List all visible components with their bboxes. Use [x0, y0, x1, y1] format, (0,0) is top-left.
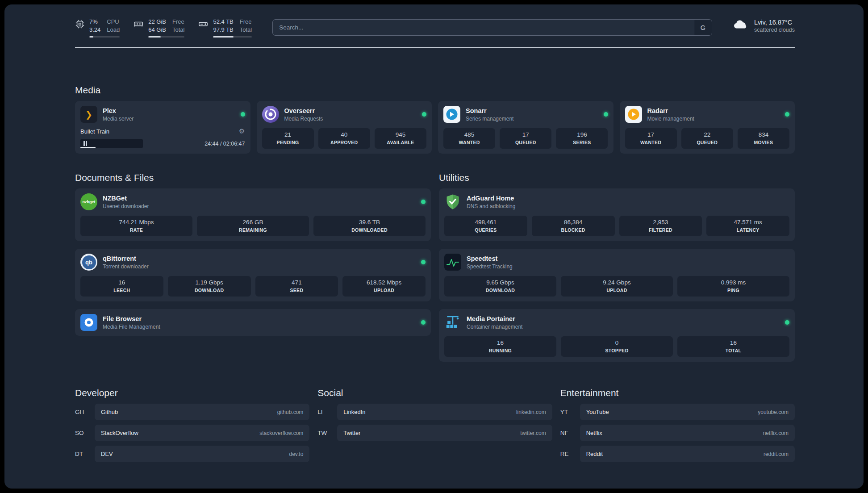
stat-tile: 471SEED — [255, 276, 338, 297]
bookmarks-section: Developer GH Github github.com SO StackO… — [75, 388, 795, 462]
gear-icon[interactable]: ⚙ — [239, 127, 245, 135]
service-description: Series management — [466, 116, 513, 122]
stat-tile: 16TOTAL — [677, 336, 789, 357]
playback-seek-bar[interactable] — [80, 139, 143, 148]
bookmark-row: DT DEV dev.to — [75, 446, 309, 462]
stat-tile: 40APPROVED — [318, 128, 370, 149]
bookmark-link-reddit[interactable]: Reddit reddit.com — [580, 446, 795, 462]
service-card-adguard[interactable]: AdGuard Home DNS and adblocking 498,461Q… — [439, 188, 795, 241]
memory-total-value: 64 GiB — [148, 26, 166, 34]
status-dot — [421, 200, 426, 204]
bookmark-link-stackoverflow[interactable]: StackOverflow stackoverflow.com — [95, 425, 309, 441]
bookmark-abbr: NF — [560, 430, 576, 436]
bookmark-abbr: GH — [75, 409, 90, 415]
service-description: Speedtest Tracking — [467, 263, 513, 270]
bookmark-row: SO StackOverflow stackoverflow.com — [75, 425, 309, 441]
service-card-overseerr[interactable]: Overseerr Media Requests 21PENDING 40APP… — [257, 101, 432, 154]
topbar-divider — [75, 47, 795, 48]
bookmark-row: GH Github github.com — [75, 404, 309, 420]
bookmark-row: TW Twitter twitter.com — [317, 425, 552, 441]
section-title-social: Social — [317, 388, 552, 398]
service-card-filebrowser[interactable]: File Browser Media File Management — [75, 309, 431, 336]
service-description: Container management — [467, 324, 522, 330]
dashboard: 7% 3.24 CPU Load 22 GiB — [4, 4, 864, 489]
service-card-speedtest[interactable]: Speedtest Speedtest Tracking 9.65 GbpsDO… — [439, 249, 795, 301]
service-card-sonarr[interactable]: Sonarr Series management 485WANTED 17QUE… — [438, 101, 613, 154]
plex-icon: ❯ — [80, 106, 97, 123]
service-card-nzbget[interactable]: nzbget NZBGet Usenet downloader 744.21 M… — [75, 188, 431, 241]
stat-tile: 47.571 msLATENCY — [706, 216, 789, 236]
stat-tile: 498,461QUERIES — [444, 216, 527, 236]
bookmark-link-twitter[interactable]: Twitter twitter.com — [337, 425, 552, 441]
stat-tile: 945AVAILABLE — [375, 128, 426, 149]
stat-tile: 485WANTED — [443, 128, 495, 149]
documents-column: Documents & Files nzbget NZBGet Usenet d… — [75, 172, 431, 336]
cpu-usage-bar — [89, 36, 120, 38]
bookmark-link-dev[interactable]: DEV dev.to — [95, 446, 309, 462]
bookmark-link-github[interactable]: Github github.com — [95, 404, 309, 420]
service-card-plex[interactable]: ❯ Plex Media server Bullet Train ⚙ 24:44… — [75, 101, 250, 154]
bookmark-link-netflix[interactable]: Netflix netflix.com — [580, 425, 795, 441]
service-name: Sonarr — [466, 107, 513, 114]
section-title-developer: Developer — [75, 388, 309, 398]
bookmark-abbr: TW — [317, 430, 333, 436]
bookmark-row: LI LinkedIn linkedin.com — [317, 404, 552, 420]
service-card-radarr[interactable]: Radarr Movie management 17WANTED 22QUEUE… — [620, 101, 795, 154]
stat-tile: 21PENDING — [262, 128, 314, 149]
stat-tile: 86,384BLOCKED — [532, 216, 615, 236]
status-dot — [604, 112, 608, 117]
bookmark-group-developer: Developer GH Github github.com SO StackO… — [75, 388, 309, 462]
service-name: Speedtest — [467, 255, 513, 262]
memory-free-label: Free — [172, 18, 184, 26]
service-description: Media File Management — [103, 324, 160, 330]
stat-tile: 39.6 TBDOWNLOADED — [313, 216, 426, 236]
disk-usage-bar — [213, 36, 252, 38]
cpu-icon — [75, 19, 85, 31]
disk-widget: 52.4 TB 97.9 TB Free Total — [198, 18, 252, 38]
stat-tile: 17WANTED — [625, 128, 677, 149]
middle-columns: Documents & Files nzbget NZBGet Usenet d… — [75, 172, 795, 362]
weather-location: Lviv, 16.87°C — [754, 19, 795, 26]
memory-icon — [133, 19, 144, 31]
section-title-utilities: Utilities — [439, 172, 795, 183]
service-name: File Browser — [103, 315, 160, 322]
search-input[interactable] — [273, 20, 694, 35]
stat-tile: 0STOPPED — [561, 336, 673, 357]
disk-total-label: Total — [240, 26, 252, 34]
service-card-portainer[interactable]: Media Portainer Container management 16R… — [439, 309, 795, 362]
status-dot — [421, 260, 426, 264]
weather-condition: scattered clouds — [754, 27, 795, 33]
bookmark-link-linkedin[interactable]: LinkedIn linkedin.com — [337, 404, 552, 420]
bookmark-link-youtube[interactable]: YouTube youtube.com — [580, 404, 795, 420]
stat-tile: 0.993 msPING — [677, 276, 789, 297]
service-card-qbittorrent[interactable]: qb qBittorrent Torrent downloader 16LEEC… — [75, 249, 431, 301]
search-provider-button[interactable]: G — [694, 20, 712, 35]
stat-tile: 834MOVIES — [738, 128, 789, 149]
stat-tile: 2,953FILTERED — [619, 216, 702, 236]
status-dot — [241, 112, 245, 117]
memory-widget: 22 GiB 64 GiB Free Total — [133, 18, 184, 38]
sonarr-icon — [443, 106, 460, 123]
service-name: Radarr — [647, 107, 694, 114]
stat-tile: 22QUEUED — [681, 128, 733, 149]
playback-time: 24:44 / 02:06:47 — [204, 141, 245, 147]
bookmark-group-social: Social LI LinkedIn linkedin.com TW Twitt… — [317, 388, 552, 462]
now-playing-title: Bullet Train — [80, 128, 109, 135]
bookmark-row: RE Reddit reddit.com — [560, 446, 795, 462]
stat-tile: 16LEECH — [80, 276, 163, 297]
status-dot — [785, 320, 789, 325]
memory-usage-bar — [148, 36, 184, 38]
bookmark-abbr: DT — [75, 451, 90, 457]
service-name: Plex — [103, 107, 134, 114]
stat-tile: 9.24 GbpsUPLOAD — [561, 276, 673, 297]
pause-icon[interactable] — [83, 141, 87, 146]
media-grid: ❯ Plex Media server Bullet Train ⚙ 24:44… — [75, 101, 795, 154]
service-description: Movie management — [647, 116, 694, 122]
radarr-icon — [625, 106, 642, 123]
stat-tile: 16RUNNING — [444, 336, 556, 357]
service-name: AdGuard Home — [467, 195, 515, 202]
stat-tile: 618.52 MbpsUPLOAD — [342, 276, 426, 297]
service-description: Media Requests — [284, 116, 323, 122]
stat-tile: 196SERIES — [556, 128, 608, 149]
nzbget-icon: nzbget — [80, 193, 97, 210]
